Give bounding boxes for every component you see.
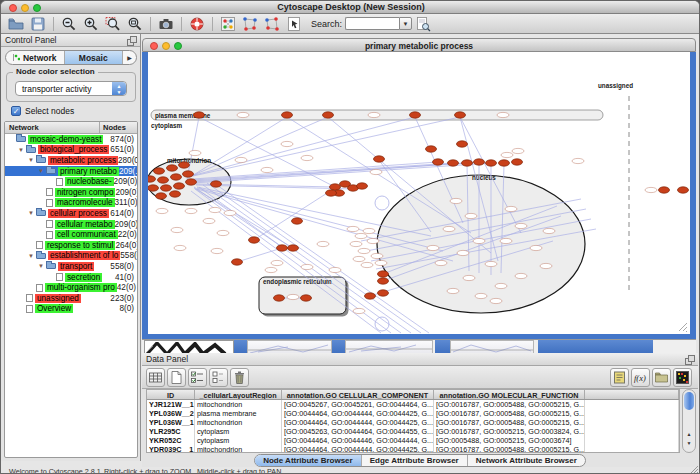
node[interactable] <box>271 260 283 265</box>
node[interactable] <box>185 208 197 213</box>
scrollbar-arrows[interactable]: ▲▼ <box>684 430 694 450</box>
table-row[interactable]: YPL036W__1mitochondrion[GO:0044464, GO:0… <box>147 418 679 427</box>
tree-row-mosaic-demo-yeast[interactable]: mosaic-demo-yeast874(0) <box>5 134 137 145</box>
node[interactable] <box>158 177 169 183</box>
node[interactable] <box>370 169 382 174</box>
node[interactable] <box>235 157 247 162</box>
node[interactable] <box>497 112 509 117</box>
node[interactable] <box>249 237 260 243</box>
node[interactable] <box>371 253 383 258</box>
node[interactable] <box>515 223 527 228</box>
search-dropdown-button[interactable]: ▼ <box>399 17 412 30</box>
node[interactable] <box>171 174 182 180</box>
tab-edge-attribute-browser[interactable]: Edge Attribute Browser <box>362 455 468 466</box>
app-resize-grip[interactable] <box>690 465 699 474</box>
node[interactable] <box>323 112 334 118</box>
node[interactable] <box>347 226 359 231</box>
tree-row-cellular-process[interactable]: ▼cellular process614(0) <box>5 208 137 219</box>
node[interactable] <box>154 168 165 174</box>
node[interactable] <box>473 238 485 243</box>
table-row[interactable]: YPL036W__2plasma membrane[GO:0044464, GO… <box>147 409 679 418</box>
node[interactable] <box>572 158 584 163</box>
column-header[interactable]: _cellularLayoutRegion <box>195 390 282 399</box>
node[interactable] <box>288 245 299 251</box>
node[interactable] <box>274 295 285 301</box>
node[interactable] <box>211 248 223 253</box>
node[interactable] <box>427 245 439 250</box>
node[interactable] <box>645 187 657 192</box>
expand-arrow-icon[interactable]: ▼ <box>28 251 36 261</box>
tree-col-nodes[interactable]: Nodes <box>99 122 137 133</box>
node[interactable] <box>174 183 185 189</box>
tree-row-nucleobase-[interactable]: nucleobase-209(0) <box>5 176 137 187</box>
table-row[interactable]: YKR052Ccytoplasm[GO:0044464, GO:0044446,… <box>147 436 679 445</box>
node[interactable] <box>232 259 243 265</box>
node[interactable] <box>457 141 468 147</box>
tree-col-network[interactable]: Network <box>5 122 99 133</box>
zoom-selected-region-button[interactable] <box>103 15 123 33</box>
node[interactable] <box>540 263 552 268</box>
delete-attribute-button[interactable] <box>230 368 249 387</box>
tree-row-primary-metabo[interactable]: ▼primary metabo209(... <box>5 166 137 177</box>
tree-row-macromolecule[interactable]: macromolecule311(0) <box>5 198 137 209</box>
background-window-border[interactable] <box>332 340 345 354</box>
zoom-in-button[interactable] <box>81 15 101 33</box>
tree-row-cellular-metabo[interactable]: cellular metabo209(0) <box>5 219 137 230</box>
expand-arrow-icon[interactable]: ▼ <box>18 145 26 155</box>
background-window[interactable] <box>144 340 234 354</box>
node[interactable] <box>463 275 475 280</box>
background-window-border[interactable] <box>538 340 653 354</box>
node[interactable] <box>486 160 497 166</box>
zoom-out-button[interactable] <box>59 15 79 33</box>
node[interactable] <box>156 193 167 199</box>
node[interactable] <box>287 294 299 299</box>
expand-arrow-icon[interactable]: ▼ <box>38 261 46 271</box>
node[interactable] <box>457 250 469 255</box>
table-scrollbar[interactable]: ▲▼ <box>682 389 696 453</box>
select-attributes-button[interactable] <box>188 368 207 387</box>
tree-row-metabolic-process[interactable]: ▼metabolic process280(0) <box>5 155 137 166</box>
node[interactable] <box>455 112 466 118</box>
node[interactable] <box>281 141 293 146</box>
search-config-button[interactable] <box>413 15 433 33</box>
unselect-attributes-button[interactable] <box>209 368 228 387</box>
node[interactable] <box>301 295 312 301</box>
node[interactable] <box>448 160 459 166</box>
node[interactable] <box>353 256 365 261</box>
node[interactable] <box>277 245 288 251</box>
background-window-border[interactable] <box>234 340 247 354</box>
column-header[interactable]: annotation.GO MOLECULAR_FUNCTION <box>434 390 585 399</box>
node[interactable] <box>368 112 380 117</box>
background-window[interactable] <box>247 340 332 354</box>
zoom-fit-content-button[interactable] <box>125 15 145 33</box>
node[interactable] <box>367 238 379 243</box>
node[interactable] <box>326 190 337 196</box>
node[interactable] <box>659 187 670 193</box>
tree-row-unassigned[interactable]: unassigned223(0) <box>5 293 137 304</box>
expand-arrow-icon[interactable]: ▼ <box>28 208 36 218</box>
node[interactable] <box>217 230 229 235</box>
node[interactable] <box>358 248 370 253</box>
node-color-dropdown[interactable]: transporter activity ▲▼ <box>15 81 127 96</box>
node[interactable] <box>183 171 194 177</box>
node[interactable] <box>350 241 362 246</box>
tree-row-cell-communicat[interactable]: cell communicat22(0) <box>5 229 137 240</box>
node[interactable] <box>174 245 186 250</box>
node[interactable] <box>282 112 293 118</box>
table-row[interactable]: YJR121W__1mitochondrion[GO:0045267, GO:0… <box>147 400 679 409</box>
tree-row-secretion[interactable]: secretion41(0) <box>5 272 137 283</box>
vizmapper-button[interactable] <box>218 15 238 33</box>
node[interactable] <box>462 160 473 166</box>
node[interactable] <box>167 165 178 171</box>
table-row[interactable]: YLR295Ccytoplasm[GO:0045263, GO:0044464,… <box>147 427 679 436</box>
expand-arrow-icon[interactable]: ▼ <box>38 166 46 176</box>
formula-builder-button[interactable]: f(x) <box>631 368 650 387</box>
node[interactable] <box>265 267 277 272</box>
node[interactable] <box>543 228 555 233</box>
node[interactable] <box>410 112 421 118</box>
node[interactable] <box>211 181 222 187</box>
node[interactable] <box>426 146 437 152</box>
node[interactable] <box>355 233 367 238</box>
attribute-table-button[interactable] <box>146 368 165 387</box>
node[interactable] <box>170 191 181 197</box>
